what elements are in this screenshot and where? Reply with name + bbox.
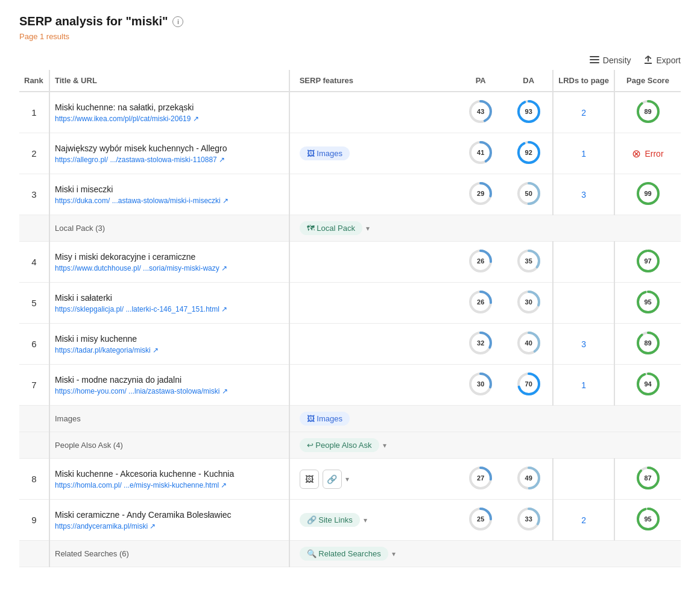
col-serp-features: SERP features [289, 70, 457, 92]
pa-cell: 26 [456, 283, 505, 324]
result-title: Miski i sałaterki [55, 293, 284, 303]
chevron-icon[interactable]: ▾ [383, 441, 386, 450]
col-page-score: Page Score [614, 70, 681, 92]
density-icon [590, 56, 599, 64]
donut: 27 [467, 465, 494, 491]
serp-features-cell [289, 324, 457, 365]
svg-rect-1 [590, 59, 599, 60]
feature-badge[interactable]: 🖼 Images [300, 146, 350, 160]
export-button[interactable]: Export [643, 55, 681, 65]
lrd-link[interactable]: 2 [581, 515, 586, 525]
donut: 89 [635, 330, 661, 356]
error-icon: ⊗ [632, 147, 641, 160]
donut: 97 [635, 248, 661, 274]
result-title: Misy i miski dekoracyjne i ceramiczne [55, 252, 284, 262]
result-url[interactable]: https://www.dutchhouse.pl/ ...soria/misy… [55, 264, 227, 272]
page-subtitle: Page 1 results [19, 32, 681, 41]
result-url[interactable]: https://home-you.com/ ...lnia/zastawa-st… [55, 387, 228, 395]
result-title: Miski i miseczki [55, 184, 284, 194]
result-url[interactable]: https://andyceramika.pl/miski ↗ [55, 522, 156, 530]
rank-cell: 7 [19, 365, 49, 406]
col-pa: PA [456, 70, 505, 92]
serp-features-cell [289, 92, 457, 133]
feature-badge[interactable]: 🖼 Images [300, 412, 350, 426]
lrd-cell: 2 [553, 92, 614, 133]
page-score-cell: 89 [614, 92, 681, 133]
lrd-link[interactable]: 3 [581, 190, 586, 200]
pa-cell: 26 [456, 242, 505, 283]
chevron-icon[interactable]: ▾ [345, 475, 349, 483]
pa-cell: 27 [456, 459, 505, 500]
density-button[interactable]: Density [590, 55, 631, 65]
rank-cell: 5 [19, 283, 49, 324]
page-score-cell: ⊗ Error [614, 133, 681, 174]
title-url-cell: Miski kuchenne - Akcesoria kuchenne - Ku… [49, 459, 289, 500]
donut: 41 [467, 139, 494, 166]
rank-cell: 1 [19, 92, 49, 133]
result-url[interactable]: https://sklepgalicja.pl/ ...laterki-c-14… [55, 305, 227, 313]
pa-cell: 30 [456, 365, 505, 406]
donut: 29 [467, 180, 494, 207]
donut: 30 [516, 289, 542, 315]
title-url-cell: Miski i sałaterki https://sklepgalicja.p… [49, 283, 289, 324]
chevron-icon[interactable]: ▾ [392, 550, 396, 558]
export-icon [643, 55, 653, 65]
result-title: Miski ceramiczne - Andy Ceramika Bolesła… [55, 510, 284, 520]
donut: 33 [516, 506, 542, 532]
pa-cell: 41 [456, 133, 505, 174]
lrd-link[interactable]: 1 [581, 149, 586, 159]
title-url-cell: Największy wybór misek kuchennych - Alle… [49, 133, 289, 174]
da-cell: 92 [505, 133, 553, 174]
special-label: Related Searches (6) [49, 541, 289, 567]
title-url-cell: Miski kuchenne: na sałatki, przekąski ht… [49, 92, 289, 133]
result-url[interactable]: https://homla.com.pl/ ...e/misy-miski-ku… [55, 481, 227, 489]
result-url[interactable]: https://tadar.pl/kategoria/miski ↗ [55, 346, 159, 354]
lrd-link[interactable]: 3 [581, 339, 586, 349]
rank-cell: 3 [19, 174, 49, 215]
result-url[interactable]: https://allegro.pl/ .../zastawa-stolowa-… [55, 156, 225, 164]
pa-cell: 25 [456, 500, 505, 541]
special-feature: 🔍 Related Searches ▾ [289, 541, 457, 567]
svg-rect-0 [590, 56, 599, 57]
serp-features-cell: 🔗 Site Links ▾ [289, 500, 457, 541]
donut: 93 [516, 98, 542, 125]
result-url[interactable]: https://duka.com/ ...astawa-stolowa/misk… [55, 197, 229, 205]
serp-features-cell [289, 365, 457, 406]
chevron-icon[interactable]: ▾ [366, 224, 370, 233]
pa-cell: 29 [456, 174, 505, 215]
feature-badge[interactable]: 🗺 Local Pack [300, 221, 362, 235]
result-title: Miski - modne naczynia do jadalni [55, 375, 284, 385]
donut: 32 [467, 330, 494, 356]
title-url-cell: Misy i miski dekoracyjne i ceramiczne ht… [49, 242, 289, 283]
da-cell: 50 [505, 174, 553, 215]
feature-badge[interactable]: 🔍 Related Searches [300, 547, 388, 561]
donut: 87 [635, 465, 661, 491]
special-label: Images [49, 406, 289, 432]
special-rank [19, 541, 49, 567]
donut: 94 [635, 371, 661, 397]
rank-cell: 8 [19, 459, 49, 500]
donut: 89 [635, 98, 661, 125]
lrd-link[interactable]: 2 [581, 108, 586, 118]
chevron-icon[interactable]: ▾ [364, 516, 367, 524]
info-icon[interactable]: i [172, 16, 183, 27]
page-score-cell: 94 [614, 365, 681, 406]
title-url-cell: Miski - modne naczynia do jadalni https:… [49, 365, 289, 406]
rank-cell: 6 [19, 324, 49, 365]
title-url-cell: Miski i misy kuchenne https://tadar.pl/k… [49, 324, 289, 365]
donut: 70 [516, 371, 542, 397]
donut: 99 [635, 180, 661, 207]
title-url-cell: Miski i miseczki https://duka.com/ ...as… [49, 174, 289, 215]
special-label: Local Pack (3) [49, 215, 289, 242]
rank-cell: 2 [19, 133, 49, 174]
feature-badge[interactable]: ↩ People Also Ask [300, 438, 379, 452]
lrd-link[interactable]: 1 [581, 380, 586, 390]
result-url[interactable]: https://www.ikea.com/pl/pl/cat/miski-206… [55, 115, 199, 123]
image-feature-icon[interactable]: 🖼 [300, 470, 319, 489]
feature-badge[interactable]: 🔗 Site Links [300, 513, 360, 527]
link-feature-icon[interactable]: 🔗 [323, 470, 342, 489]
donut: 49 [516, 465, 542, 491]
page-score-cell: 87 [614, 459, 681, 500]
da-cell: 70 [505, 365, 553, 406]
page-score-cell: 95 [614, 500, 681, 541]
